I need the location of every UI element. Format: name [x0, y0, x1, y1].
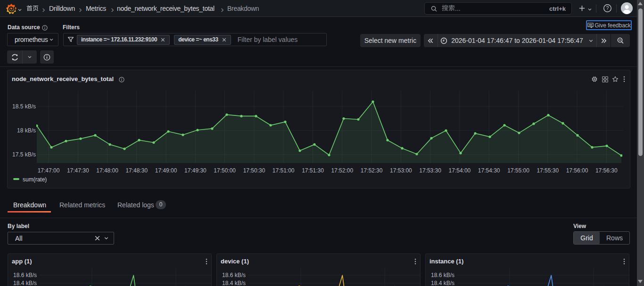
svg-text:18.5 kB/s: 18.5 kB/s: [12, 103, 36, 110]
svg-text:17:49:30: 17:49:30: [184, 167, 206, 174]
svg-text:18.4 kB/s: 18.4 kB/s: [431, 280, 454, 286]
svg-text:17:48:30: 17:48:30: [125, 167, 148, 174]
svg-text:17:54:00: 17:54:00: [449, 167, 471, 174]
svg-text:17:56:30: 17:56:30: [595, 167, 618, 174]
svg-text:18.6 kB/s: 18.6 kB/s: [431, 272, 454, 278]
svg-text:17:52:00: 17:52:00: [331, 167, 353, 174]
svg-text:17.5 kB/s: 17.5 kB/s: [12, 151, 36, 158]
svg-text:17:55:30: 17:55:30: [537, 167, 559, 174]
svg-text:18.6 kB/s: 18.6 kB/s: [222, 272, 246, 278]
svg-text:17:50:00: 17:50:00: [214, 167, 236, 174]
svg-text:17:52:30: 17:52:30: [361, 167, 383, 174]
svg-text:17:55:00: 17:55:00: [507, 167, 529, 174]
svg-text:17:53:30: 17:53:30: [419, 167, 441, 174]
svg-text:17:56:00: 17:56:00: [566, 167, 588, 174]
svg-text:17:50:30: 17:50:30: [243, 167, 265, 174]
svg-text:17:48:00: 17:48:00: [96, 167, 118, 174]
svg-text:18.4 kB/s: 18.4 kB/s: [13, 280, 37, 286]
svg-text:?: ?: [606, 6, 609, 11]
svg-text:17:49:00: 17:49:00: [155, 167, 177, 174]
svg-text:18.6 kB/s: 18.6 kB/s: [13, 272, 37, 278]
svg-text:18.4 kB/s: 18.4 kB/s: [222, 280, 246, 286]
svg-text:17:51:00: 17:51:00: [272, 167, 295, 174]
svg-text:17:47:00: 17:47:00: [38, 167, 60, 174]
svg-text:17:53:00: 17:53:00: [390, 167, 412, 174]
svg-text:18 kB/s: 18 kB/s: [17, 127, 36, 134]
svg-text:17:54:30: 17:54:30: [478, 167, 500, 174]
svg-text:17:47:30: 17:47:30: [67, 167, 89, 174]
svg-text:17:51:30: 17:51:30: [302, 167, 324, 174]
